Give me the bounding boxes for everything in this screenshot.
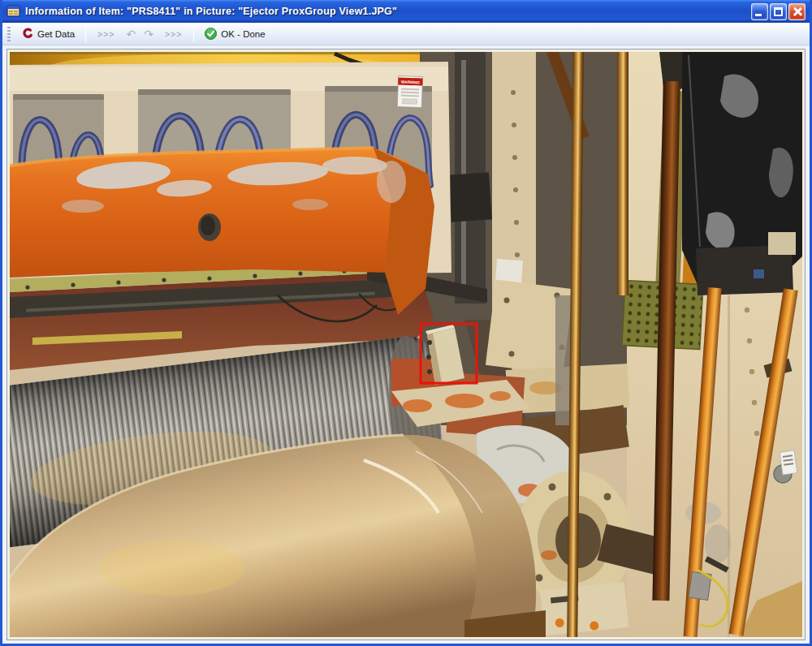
form-icon	[6, 5, 21, 18]
get-data-button[interactable]: Get Data	[15, 25, 81, 42]
ok-done-button[interactable]: OK - Done	[198, 25, 271, 42]
titlebar[interactable]: Information of Item: "PRS8411" in Pictur…	[2, 0, 810, 23]
picture-frame: WARNING	[6, 49, 806, 640]
connector-block	[768, 232, 796, 255]
toolbar-grip-handle[interactable]	[7, 27, 11, 41]
close-button[interactable]	[788, 3, 806, 20]
get-data-label: Get Data	[37, 29, 75, 39]
app-window: Information of Item: "PRS8411" in Pictur…	[0, 0, 812, 646]
toolbar-separator	[193, 26, 194, 42]
ok-check-icon	[205, 28, 217, 40]
get-data-icon	[21, 28, 33, 40]
undo-icon[interactable]: ↶	[122, 28, 140, 41]
window-title: Information of Item: "PRS8411" in Pictur…	[25, 6, 747, 17]
base-plate	[540, 582, 628, 636]
redo-icon[interactable]: ↷	[140, 28, 158, 41]
window-controls	[751, 3, 806, 20]
toolbar: Get Data >>> ↶ ↷ >>> OK - Done	[2, 23, 810, 45]
toolbar-separator	[85, 26, 86, 42]
warning-sticker: WARNING	[397, 75, 422, 107]
maximize-button[interactable]	[770, 3, 787, 20]
ok-done-label: OK - Done	[221, 29, 265, 39]
minimize-button[interactable]	[751, 3, 768, 20]
warning-sticker-label: WARNING	[401, 80, 421, 85]
picture-canvas[interactable]: WARNING	[10, 52, 802, 637]
client-area: WARNING	[2, 45, 810, 640]
skip-back-button[interactable]: >>>	[90, 29, 122, 39]
wall-label	[780, 450, 797, 475]
skip-forward-button[interactable]: >>>	[158, 29, 189, 39]
